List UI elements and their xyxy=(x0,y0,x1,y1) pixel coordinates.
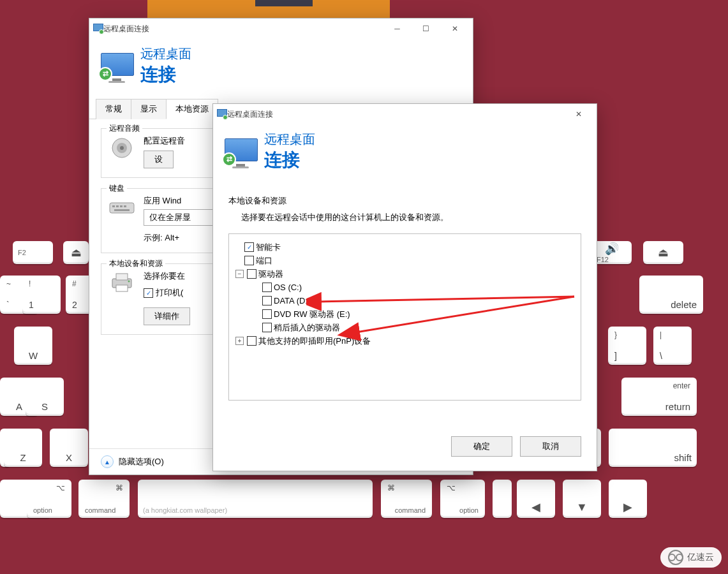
checkbox[interactable] xyxy=(244,256,254,265)
audio-settings-button[interactable]: 设 xyxy=(144,151,174,168)
key-vol: 🔊F12 xyxy=(591,241,632,264)
svg-rect-3 xyxy=(110,203,134,213)
key-s: S xyxy=(26,378,64,416)
printer-checkbox[interactable] xyxy=(144,288,153,298)
close-button[interactable]: ✕ xyxy=(440,18,469,39)
tree-label: 端口 xyxy=(256,255,272,267)
key-eject: ⏏ xyxy=(643,241,683,264)
minimize-button[interactable]: ─ xyxy=(383,18,412,39)
checkbox[interactable] xyxy=(247,336,256,346)
key-z: Z xyxy=(4,429,42,467)
tree-item-drive-later[interactable]: 稍后插入的驱动器 xyxy=(262,321,574,334)
tree-item-smartcard[interactable]: 智能卡 xyxy=(244,240,574,254)
key-x: X xyxy=(50,429,88,467)
section-desc: 选择要在远程会话中使用的这台计算机上的设备和资源。 xyxy=(213,209,597,233)
svg-rect-6 xyxy=(120,205,123,207)
window-title: 远程桌面连接 xyxy=(227,109,273,120)
checkbox[interactable] xyxy=(262,323,272,332)
svg-point-12 xyxy=(128,281,130,283)
tree-label: DVD RW 驱动器 (E:) xyxy=(274,309,350,320)
window-title: 远程桌面连接 xyxy=(103,24,149,34)
collapse-icon[interactable]: ▲ xyxy=(101,455,114,468)
key-delete: delete xyxy=(639,276,703,314)
tree-label: 稍后插入的驱动器 xyxy=(274,322,340,334)
banner-title: 远程桌面 xyxy=(140,45,191,63)
maximize-button[interactable]: ☐ xyxy=(412,18,440,39)
key-left: ◀ xyxy=(517,480,555,518)
svg-rect-4 xyxy=(112,205,115,207)
key-opt-left: ⌥option xyxy=(27,480,71,518)
key-ctrl-right xyxy=(493,480,512,518)
tree-item-pnp[interactable]: + 其他支持的即插即用(PnP)设备 xyxy=(235,334,574,348)
checkbox[interactable] xyxy=(262,283,272,292)
svg-point-2 xyxy=(120,146,124,150)
banner-title: 远程桌面 xyxy=(264,131,315,148)
tree-label: 其他支持的即插即用(PnP)设备 xyxy=(258,335,371,347)
tab-general[interactable]: 常规 xyxy=(96,99,131,119)
rdc-logo-icon: ⇄ xyxy=(225,138,256,165)
key-w: W xyxy=(14,327,52,365)
svg-rect-11 xyxy=(116,285,128,291)
rdc-icon xyxy=(217,109,227,119)
key-cmd-left: ⌘command xyxy=(78,480,130,518)
tree-item-drive-d[interactable]: DATA (D:) xyxy=(262,294,574,307)
rdc-icon xyxy=(93,24,103,34)
key-backslash: |\ xyxy=(653,327,692,365)
checkbox[interactable] xyxy=(244,242,254,252)
tab-display[interactable]: 显示 xyxy=(131,99,167,119)
dialog-footer: 确定 取消 xyxy=(213,401,597,471)
details-button[interactable]: 详细作 xyxy=(144,307,190,325)
cancel-button[interactable]: 取消 xyxy=(520,436,581,457)
titlebar[interactable]: 远程桌面连接 ─ ☐ ✕ xyxy=(89,18,473,39)
collapse-icon[interactable]: − xyxy=(235,270,244,278)
key-right: ▶ xyxy=(609,480,647,518)
device-tree: 智能卡 端口 − 驱动器 OS (C:) DATA (D:) DVD RW xyxy=(228,233,581,401)
key-down: ▼ xyxy=(563,480,601,518)
key-cmd-right: ⌘command xyxy=(381,480,432,518)
svg-rect-10 xyxy=(116,274,128,280)
tree-label: DATA (D:) xyxy=(274,296,310,305)
close-button[interactable]: ✕ xyxy=(564,104,593,124)
tree-label: 智能卡 xyxy=(256,242,281,253)
tree-label: OS (C:) xyxy=(274,283,302,292)
svg-rect-7 xyxy=(124,205,126,207)
keyboard-icon xyxy=(109,195,135,221)
watermark-text: 亿速云 xyxy=(687,552,714,563)
tree-item-drive-c[interactable]: OS (C:) xyxy=(262,281,574,294)
speaker-icon xyxy=(109,135,135,161)
key-space: (a hongkiat.com wallpaper) xyxy=(138,480,373,518)
tree-item-ports[interactable]: 端口 xyxy=(244,254,574,267)
checkbox[interactable] xyxy=(247,269,256,279)
hide-options-link[interactable]: 隐藏选项(O) xyxy=(119,456,164,467)
printer-icon xyxy=(109,270,135,296)
rdc-logo-icon: ⇄ xyxy=(101,53,133,80)
checkbox[interactable] xyxy=(262,296,272,305)
expand-icon[interactable]: + xyxy=(235,337,244,345)
key-opt-right: ⌥option xyxy=(440,480,485,518)
titlebar[interactable]: 远程桌面连接 ✕ xyxy=(213,104,597,124)
watermark-icon xyxy=(668,550,683,565)
key-1: !1 xyxy=(22,276,61,314)
key-shift-right: shift xyxy=(609,429,697,467)
background-decoration xyxy=(255,0,313,6)
printer-label: 打印机( xyxy=(156,287,183,298)
watermark: 亿速云 xyxy=(660,547,722,568)
tree-label: 驱动器 xyxy=(258,269,283,280)
key-fn: ⏏ xyxy=(63,241,89,264)
ok-button[interactable]: 确定 xyxy=(451,436,512,457)
checkbox[interactable] xyxy=(262,309,272,319)
banner-subtitle: 连接 xyxy=(140,63,191,87)
desktop: F2 ⏏ 🔊F12 ⏏ ~` !1 #2 delete W }] |\ A S … xyxy=(0,0,728,574)
tree-item-drive-e[interactable]: DVD RW 驱动器 (E:) xyxy=(262,307,574,321)
tab-local-resources[interactable]: 本地资源 xyxy=(166,99,218,119)
group-label: 远程音频 xyxy=(107,123,142,134)
tree-item-drives[interactable]: − 驱动器 xyxy=(235,267,574,281)
rdc-local-resources-dialog: 远程桌面连接 ✕ ⇄ 远程桌面 连接 本地设备和资源 选择要在远程会话中使用的这… xyxy=(212,103,597,471)
group-label: 键盘 xyxy=(107,183,127,194)
group-label: 本地设备和资源 xyxy=(107,258,165,269)
svg-rect-8 xyxy=(114,209,130,211)
banner: ⇄ 远程桌面 连接 xyxy=(213,124,597,184)
svg-rect-5 xyxy=(116,205,119,207)
key-bracket: }] xyxy=(608,327,646,365)
banner: ⇄ 远程桌面 连接 xyxy=(89,39,473,98)
